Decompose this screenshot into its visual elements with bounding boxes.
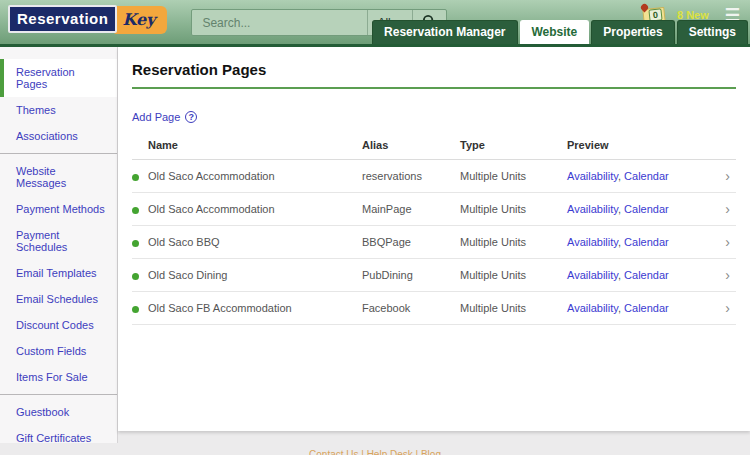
table-row[interactable]: Old Saco BBQBBQPageMultiple UnitsAvailab… <box>132 226 736 259</box>
active-status-icon <box>132 306 139 313</box>
cell-alias: reservations <box>362 160 460 193</box>
column-header-actions <box>712 133 736 160</box>
column-header-preview: Preview <box>567 133 712 160</box>
table-body: Old Saco AccommodationreservationsMultip… <box>132 160 736 325</box>
content-area: Reservation PagesThemesAssociationsWebsi… <box>0 47 750 443</box>
cell-preview: Availability, Calendar <box>567 160 712 193</box>
cell-type: Multiple Units <box>460 292 567 325</box>
sidebar-item-associations[interactable]: Associations <box>0 123 117 149</box>
sidebar-item-guestbook[interactable]: Guestbook <box>0 399 117 425</box>
table-row[interactable]: Old Saco DiningPubDiningMultiple UnitsAv… <box>132 259 736 292</box>
cell-alias: PubDining <box>362 259 460 292</box>
primary-tabs: Reservation ManagerWebsitePropertiesSett… <box>372 20 748 44</box>
preview-link-availability[interactable]: Availability <box>567 269 618 281</box>
preview-link-calendar[interactable]: Calendar <box>624 269 669 281</box>
cell-name: Old Saco FB Accommodation <box>132 292 362 325</box>
cell-preview: Availability, Calendar <box>567 292 712 325</box>
cell-name: Old Saco BBQ <box>132 226 362 259</box>
sidebar-item-items-for-sale[interactable]: Items For Sale <box>0 364 117 390</box>
sidebar-item-themes[interactable]: Themes <box>0 97 117 123</box>
add-page-link[interactable]: Add Page <box>132 111 180 123</box>
table-row[interactable]: Old Saco AccommodationMainPageMultiple U… <box>132 193 736 226</box>
table-row[interactable]: Old Saco AccommodationreservationsMultip… <box>132 160 736 193</box>
preview-link-calendar[interactable]: Calendar <box>624 203 669 215</box>
main-panel: Reservation Pages Add Page ? Name Alias … <box>118 47 750 431</box>
add-page-row: Add Page ? <box>132 111 736 123</box>
cell-type: Multiple Units <box>460 160 567 193</box>
row-chevron-icon[interactable]: › <box>712 160 736 193</box>
column-header-alias: Alias <box>362 133 460 160</box>
row-chevron-icon[interactable]: › <box>712 193 736 226</box>
reservationkey-logo[interactable]: Reservation Key <box>8 5 167 33</box>
footer-links[interactable]: Contact Us | Help Desk | Blog <box>309 449 441 455</box>
cell-name: Old Saco Dining <box>132 259 362 292</box>
cell-preview: Availability, Calendar <box>567 226 712 259</box>
sidebar-item-email-templates[interactable]: Email Templates <box>0 260 117 286</box>
cell-type: Multiple Units <box>460 259 567 292</box>
active-status-icon <box>132 273 139 280</box>
sidebar-item-email-schedules[interactable]: Email Schedules <box>0 286 117 312</box>
reservation-pages-table: Name Alias Type Preview Old Saco Accommo… <box>132 133 736 325</box>
preview-link-availability[interactable]: Availability <box>567 236 618 248</box>
search-input[interactable] <box>192 10 367 35</box>
logo-text-key: Key <box>114 6 167 34</box>
preview-link-calendar[interactable]: Calendar <box>624 170 669 182</box>
tab-properties[interactable]: Properties <box>591 20 674 44</box>
sidebar-item-payment-methods[interactable]: Payment Methods <box>0 196 117 222</box>
preview-link-availability[interactable]: Availability <box>567 203 618 215</box>
preview-link-calendar[interactable]: Calendar <box>624 302 669 314</box>
cell-type: Multiple Units <box>460 226 567 259</box>
table-header-row: Name Alias Type Preview <box>132 133 736 160</box>
cell-alias: MainPage <box>362 193 460 226</box>
table-row[interactable]: Old Saco FB AccommodationFacebookMultipl… <box>132 292 736 325</box>
page-title: Reservation Pages <box>132 61 736 89</box>
column-header-name: Name <box>132 133 362 160</box>
sidebar-item-website-messages[interactable]: Website Messages <box>0 158 117 196</box>
preview-link-calendar[interactable]: Calendar <box>624 236 669 248</box>
cell-type: Multiple Units <box>460 193 567 226</box>
sidebar-nav: Reservation PagesThemesAssociationsWebsi… <box>0 59 117 443</box>
cell-alias: BBQPage <box>362 226 460 259</box>
row-chevron-icon[interactable]: › <box>712 292 736 325</box>
row-chevron-icon[interactable]: › <box>712 226 736 259</box>
column-header-type: Type <box>460 133 567 160</box>
preview-link-availability[interactable]: Availability <box>567 170 618 182</box>
sidebar-item-discount-codes[interactable]: Discount Codes <box>0 312 117 338</box>
sidebar-item-payment-schedules[interactable]: Payment Schedules <box>0 222 117 260</box>
row-chevron-icon[interactable]: › <box>712 259 736 292</box>
cell-preview: Availability, Calendar <box>567 193 712 226</box>
app-header: Reservation Key All ▼ 0 8 New ☰ <box>0 0 750 47</box>
cell-name: Old Saco Accommodation <box>132 193 362 226</box>
active-status-icon <box>132 207 139 214</box>
sidebar-item-custom-fields[interactable]: Custom Fields <box>0 338 117 364</box>
tab-settings[interactable]: Settings <box>677 20 748 44</box>
tab-website[interactable]: Website <box>520 20 590 44</box>
sidebar-item-reservation-pages[interactable]: Reservation Pages <box>0 59 117 97</box>
cell-alias: Facebook <box>362 292 460 325</box>
active-status-icon <box>132 174 139 181</box>
cell-name: Old Saco Accommodation <box>132 160 362 193</box>
reservationkey-app: Reservation Key All ▼ 0 8 New ☰ <box>0 0 750 455</box>
sidebar-divider <box>0 153 117 154</box>
help-icon[interactable]: ? <box>185 111 197 123</box>
preview-link-availability[interactable]: Availability <box>567 302 618 314</box>
sidebar-divider <box>0 394 117 395</box>
active-status-icon <box>132 240 139 247</box>
tab-reservation-manager[interactable]: Reservation Manager <box>372 20 517 44</box>
page-footer: Contact Us | Help Desk | Blog <box>0 443 750 455</box>
cell-preview: Availability, Calendar <box>567 259 712 292</box>
sidebar-item-gift-certificates[interactable]: Gift Certificates <box>0 425 117 443</box>
sidebar: Reservation PagesThemesAssociationsWebsi… <box>0 47 118 443</box>
logo-text-reservation: Reservation <box>8 5 117 33</box>
